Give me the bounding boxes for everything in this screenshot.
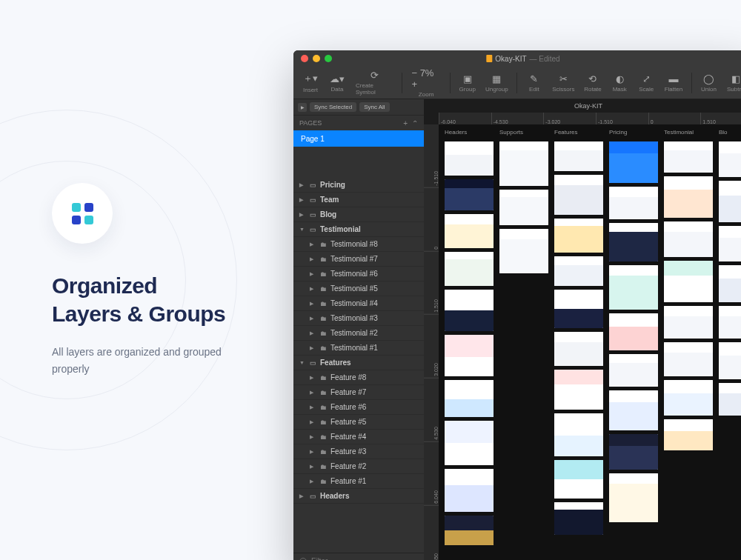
artboard-thumbnail[interactable] [445,179,494,210]
layer-item[interactable]: ▶🖿Feature #3 [293,444,424,459]
scissors-button[interactable]: ✂Scissors [548,69,579,97]
layer-item[interactable]: ▶🖿Feature #6 [293,400,424,415]
artboard-thumbnail[interactable] [554,460,603,499]
union-button[interactable]: ◯Union [697,69,722,97]
artboard-thumbnail[interactable] [554,219,603,253]
scale-icon: ⤢ [642,73,651,84]
collapse-pages-icon[interactable]: ⌃ [412,119,418,127]
artboard-thumbnail[interactable] [445,516,494,545]
zoom-control[interactable]: − 7% +Zoom [407,69,445,97]
artboard-thumbnail[interactable] [554,502,603,535]
artboard-thumbnail[interactable] [499,190,548,225]
layer-item[interactable]: ▶🖿Testimonial #4 [293,296,424,311]
layer-item[interactable]: ▶🖿Testimonial #2 [293,326,424,341]
artboard-thumbnail[interactable] [719,306,741,339]
layer-group[interactable]: ▼▭Features [293,356,424,370]
canvas[interactable]: HeadersSupportsFeaturesPricingTestimonia… [439,124,741,560]
artboard-thumbnail[interactable] [554,413,603,456]
artboard-thumbnail[interactable] [445,469,494,512]
artboard-thumbnail[interactable] [445,380,494,417]
artboard-thumbnail[interactable] [664,261,713,302]
add-page-icon[interactable]: + [403,119,408,127]
artboard-thumbnail[interactable] [554,290,603,328]
artboard-thumbnail[interactable] [664,306,713,339]
artboard-thumbnail[interactable] [719,342,741,379]
toolbar: ＋▾Insert ☁▾Data ⟳Create Symbol − 7% +Zoo… [293,67,741,99]
layer-item[interactable]: ▶🖿Feature #7 [293,385,424,400]
layer-item[interactable]: ▶🖿Feature #2 [293,459,424,474]
artboard-thumbnail[interactable] [609,223,658,261]
artboard-thumbnail[interactable] [664,342,713,376]
artboard-thumbnail[interactable] [445,421,494,465]
flatten-button[interactable]: ▬Flatten [660,69,686,97]
subtract-button[interactable]: ◧Subtra [723,69,741,97]
ungroup-button[interactable]: ▦Ungroup [482,69,512,97]
canvas-area[interactable]: Okay-KIT -6.040-4.530-3.020-1.51001.510 … [424,99,741,560]
artboard-thumbnail[interactable] [719,181,741,222]
artboard-thumbnail[interactable] [609,354,658,387]
artboard-thumbnail[interactable] [609,265,658,310]
layer-item[interactable]: ▶🖿Testimonial #8 [293,237,424,252]
artboard-thumbnail[interactable] [719,141,741,177]
group-button[interactable]: ▣Group [455,69,480,97]
traffic-lights[interactable] [301,55,332,62]
artboard-thumbnail[interactable] [664,176,713,218]
artboard-thumbnail[interactable] [554,370,603,410]
layer-group[interactable]: ▶▭Blog [293,207,424,222]
layer-group[interactable]: ▶▭Team [293,193,424,207]
artboard-thumbnail[interactable] [554,256,603,286]
artboard-thumbnail[interactable] [719,383,741,416]
artboard-thumbnail[interactable] [609,390,658,430]
insert-button[interactable]: ＋▾Insert [298,69,323,97]
page-row-active[interactable]: Page 1 [293,130,424,147]
artboard-thumbnail[interactable] [554,332,603,366]
scale-button[interactable]: ⤢Scale [634,69,659,97]
artboard-thumbnail[interactable] [445,335,494,376]
grid-icon [72,203,93,224]
artboard-column: Blo [719,129,741,560]
artboard-thumbnail[interactable] [664,380,713,416]
sync-selected-button[interactable]: Sync Selected [310,102,356,112]
artboard-thumbnail[interactable] [609,434,658,470]
artboard-thumbnail[interactable] [609,473,658,522]
artboard-thumbnail[interactable] [609,313,658,350]
artboard-thumbnail[interactable] [664,419,713,450]
artboard-thumbnail[interactable] [445,252,494,286]
artboard-thumbnail[interactable] [719,265,741,302]
artboard-thumbnail[interactable] [609,141,658,183]
layer-item[interactable]: ▶🖿Feature #4 [293,430,424,444]
layer-item[interactable]: ▶🖿Feature #8 [293,370,424,385]
filter-row[interactable]: Filter [293,553,424,560]
artboard-thumbnail[interactable] [499,141,548,186]
artboard-thumbnail[interactable] [664,221,713,257]
layer-item[interactable]: ▶🖿Testimonial #1 [293,341,424,356]
artboard-thumbnail[interactable] [664,141,713,173]
layer-item[interactable]: ▶🖿Testimonial #3 [293,311,424,326]
artboard-thumbnail[interactable] [554,175,603,215]
layer-item[interactable]: ▶🖿Feature #1 [293,474,424,489]
play-icon[interactable]: ▶ [298,103,307,112]
artboard-thumbnail[interactable] [719,226,741,261]
create-symbol-button[interactable]: ⟳Create Symbol [351,69,397,97]
artboard-thumbnail[interactable] [445,290,494,331]
mask-button[interactable]: ◐Mask [607,69,632,97]
layer-item[interactable]: ▶🖿Testimonial #6 [293,267,424,281]
artboard-thumbnail[interactable] [445,141,494,176]
sync-bar: ▶ Sync Selected Sync All [293,99,424,116]
layer-group[interactable]: ▼▭Testimonial [293,222,424,237]
layer-group[interactable]: ▶▭Headers [293,489,424,504]
edit-button[interactable]: ✎Edit [522,69,547,97]
rotate-button[interactable]: ⟲Rotate [580,69,605,97]
artboard-thumbnail[interactable] [609,187,658,219]
layer-item[interactable]: ▶🖿Feature #5 [293,415,424,430]
data-button[interactable]: ☁▾Data [325,69,350,97]
maximize-icon [325,55,332,62]
layer-item[interactable]: ▶🖿Testimonial #5 [293,281,424,296]
artboard-column: Pricing [609,129,658,560]
artboard-thumbnail[interactable] [554,141,603,171]
artboard-thumbnail[interactable] [499,229,548,273]
layer-item[interactable]: ▶🖿Testimonial #7 [293,252,424,267]
sync-all-button[interactable]: Sync All [359,102,389,112]
artboard-thumbnail[interactable] [445,214,494,248]
layer-group[interactable]: ▶▭Pricing [293,178,424,193]
